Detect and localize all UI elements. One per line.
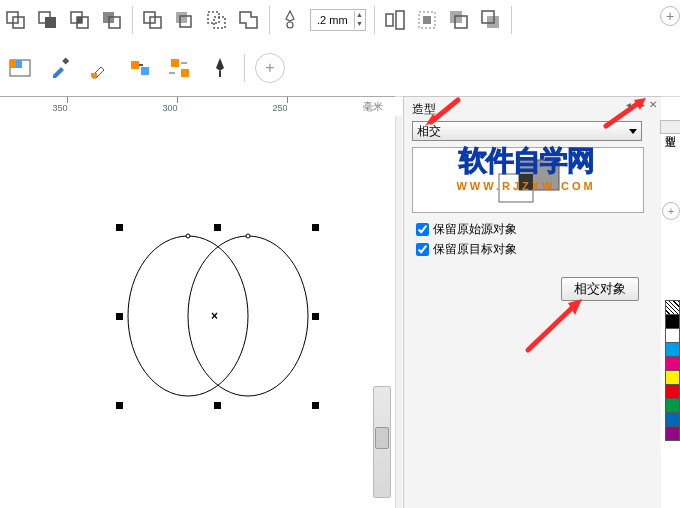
svg-rect-30 [141, 67, 149, 75]
svg-rect-22 [487, 16, 499, 28]
outline-width-value: .2 mm [311, 14, 354, 26]
svg-rect-11 [176, 12, 187, 23]
shaping-docker: 造型 ◂◂ ▸ ✕ 相交 保留原始源对象 保留原目标对象 相交对象 [403, 96, 661, 508]
order-back-icon[interactable] [477, 6, 505, 34]
docker-title: 造型 [412, 101, 436, 118]
color-harmony-icon[interactable] [6, 54, 34, 82]
svg-rect-28 [91, 73, 97, 77]
spin-down-icon[interactable]: ▼ [354, 20, 365, 29]
svg-rect-3 [45, 17, 56, 28]
eyedrop-apply-icon[interactable] [86, 54, 114, 82]
svg-rect-32 [181, 69, 189, 77]
canvas[interactable]: × [0, 116, 395, 508]
separator [244, 54, 245, 82]
replace-color-icon[interactable] [126, 54, 154, 82]
selection-handle[interactable] [312, 313, 319, 320]
add-tool-icon[interactable]: + [660, 6, 680, 26]
swatch[interactable] [665, 342, 680, 357]
svg-rect-16 [386, 14, 393, 26]
selection-handle[interactable] [214, 402, 221, 409]
keep-target-checkbox[interactable]: 保留原目标对象 [416, 241, 517, 258]
svg-point-35 [186, 234, 190, 238]
svg-rect-31 [171, 59, 179, 67]
svg-point-15 [287, 22, 293, 28]
shaping-preview [412, 147, 644, 213]
svg-rect-13 [208, 12, 219, 23]
simplify-icon[interactable] [98, 6, 126, 34]
docker-next-icon[interactable]: ▸ [640, 99, 645, 110]
dropdown-value: 相交 [417, 123, 441, 140]
svg-rect-6 [77, 17, 82, 23]
add-circle-icon[interactable]: + [255, 53, 285, 83]
chevron-down-icon [629, 129, 637, 134]
toolbar-shaping: .2 mm ▲▼ + [0, 0, 680, 41]
order-front-icon[interactable] [445, 6, 473, 34]
ruler-tick: 300 [162, 103, 177, 113]
swatch[interactable] [665, 384, 680, 399]
checkbox-label: 保留原始源对象 [433, 221, 517, 238]
swatch[interactable] [665, 314, 680, 329]
canvas-scrollbar[interactable] [373, 386, 391, 498]
keep-source-checkbox[interactable]: 保留原始源对象 [416, 221, 517, 238]
canvas-edge [395, 116, 402, 508]
docker-prev-icon[interactable]: ◂◂ [626, 99, 636, 110]
svg-rect-29 [131, 61, 139, 69]
back-minus-front-icon[interactable] [171, 6, 199, 34]
separator [132, 6, 133, 34]
pen-outline-icon[interactable] [276, 6, 304, 34]
svg-point-36 [246, 234, 250, 238]
trim-icon[interactable] [34, 6, 62, 34]
scrollbar-thumb[interactable] [375, 427, 389, 449]
svg-rect-25 [10, 60, 16, 68]
svg-rect-27 [62, 57, 69, 64]
ruler-tick: 350 [52, 103, 67, 113]
checkbox-input[interactable] [416, 243, 429, 256]
weld-icon[interactable] [2, 6, 30, 34]
align-group-icon[interactable] [381, 6, 409, 34]
svg-rect-17 [396, 11, 404, 29]
selection-handle[interactable] [116, 224, 123, 231]
toolbar-color: + [0, 40, 680, 97]
swatch-none[interactable] [665, 300, 680, 315]
selection-handle[interactable] [312, 224, 319, 231]
shaping-mode-dropdown[interactable]: 相交 [412, 121, 642, 141]
intersect-action-button[interactable]: 相交对象 [561, 277, 639, 301]
front-minus-back-icon[interactable] [139, 6, 167, 34]
color-swap-icon[interactable] [166, 54, 194, 82]
selection-handle[interactable] [116, 402, 123, 409]
spin-up-icon[interactable]: ▲ [354, 11, 365, 20]
ruler-tick: 250 [272, 103, 287, 113]
svg-rect-20 [450, 11, 462, 23]
swatch[interactable] [665, 356, 680, 371]
svg-rect-26 [16, 60, 22, 68]
docker-tab-shaping[interactable]: 造型 [660, 120, 680, 134]
ruler-horizontal: 350 300 250 [0, 96, 395, 118]
add-docker-icon[interactable]: + [662, 202, 680, 220]
swatch[interactable] [665, 328, 680, 343]
color-palette [665, 300, 678, 440]
selection-handle[interactable] [312, 402, 319, 409]
eyedrop-blue-icon[interactable] [46, 54, 74, 82]
align-target-icon[interactable] [413, 6, 441, 34]
separator [374, 6, 375, 34]
swatch[interactable] [665, 370, 680, 385]
docker-close-icon[interactable]: ✕ [649, 99, 657, 110]
checkbox-input[interactable] [416, 223, 429, 236]
docker-tabs: 造型 [660, 120, 680, 136]
canvas-drawing [0, 116, 395, 508]
svg-rect-39 [519, 174, 533, 190]
separator [269, 6, 270, 34]
combine-icon[interactable] [235, 6, 263, 34]
swatch[interactable] [665, 398, 680, 413]
checkbox-label: 保留原目标对象 [433, 241, 517, 258]
outline-width-input[interactable]: .2 mm ▲▼ [310, 9, 366, 31]
intersect-icon[interactable] [66, 6, 94, 34]
svg-rect-19 [423, 16, 431, 24]
selection-handle[interactable] [214, 224, 221, 231]
selection-center-icon: × [211, 309, 218, 323]
swatch[interactable] [665, 426, 680, 441]
selection-handle[interactable] [116, 313, 123, 320]
boundary-icon[interactable] [203, 6, 231, 34]
fountain-pen-icon[interactable] [206, 54, 234, 82]
swatch[interactable] [665, 412, 680, 427]
